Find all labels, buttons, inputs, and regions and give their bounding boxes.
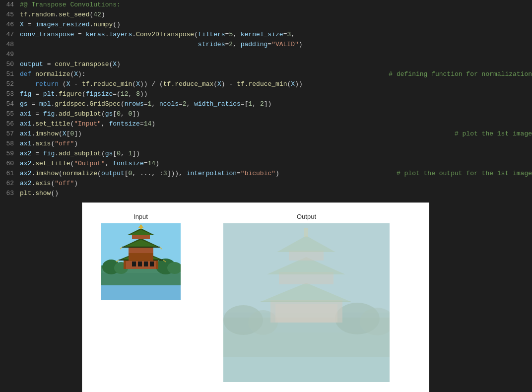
line-number: 58 (0, 139, 20, 149)
line-content: fig = plt.figure(figsize=(12, 8)) (20, 89, 532, 99)
line-content: X = images_resized.numpy() (20, 20, 532, 30)
line-content: ax1 = fig.add_subplot(gs[0, 0]) (20, 109, 532, 119)
line-number: 63 (0, 189, 20, 198)
line-number: 50 (0, 60, 20, 69)
line-content: output = conv_transpose(X) (20, 60, 532, 69)
line-content: conv_transpose = keras.layers.Conv2DTran… (20, 30, 532, 40)
output-image (223, 223, 390, 382)
line-number: 49 (0, 50, 20, 60)
line-number: 52 (0, 79, 20, 89)
line-number: 45 (0, 10, 20, 20)
line-number: 55 (0, 109, 20, 119)
line-number: 47 (0, 30, 20, 40)
line-number: 48 (0, 40, 20, 50)
code-line-61: 61 ax2.imshow(normalize(output[0, ..., :… (0, 169, 532, 179)
line-number: 44 (0, 0, 20, 10)
comment-normalize: # defining function for normalization (374, 69, 532, 79)
line-content: ax2.imshow(normalize(output[0, ..., :3])… (20, 169, 382, 179)
output-row: Input (92, 213, 414, 382)
line-number: 57 (0, 129, 20, 139)
code-line-53: 53 fig = plt.figure(figsize=(12, 8)) (0, 89, 532, 99)
line-content: ax1.axis("off") (20, 139, 532, 149)
code-line-51: 51 def normalize(X): # defining function… (0, 69, 532, 79)
line-number: 53 (0, 89, 20, 99)
line-content: return (X - tf.reduce_min(X)) / (tf.redu… (20, 79, 532, 89)
line-number: 62 (0, 179, 20, 189)
output-subplot: Output (199, 213, 414, 382)
line-content: gs = mpl.gridspec.GridSpec(nrows=1, ncol… (20, 99, 532, 109)
line-content: strides=2, padding="VALID") (20, 40, 532, 50)
code-line-63: 63 plt.show() (0, 189, 532, 198)
code-line-48: 48 strides=2, padding="VALID") (0, 40, 532, 50)
line-content: ax1.set_title("Input", fontsize=14) (20, 119, 532, 129)
line-number: 46 (0, 20, 20, 30)
line-content: ax2.set_title("Output", fontsize=14) (20, 159, 532, 169)
input-subplot: Input (92, 213, 189, 300)
input-image (101, 223, 181, 300)
code-line-58: 58 ax1.axis("off") (0, 139, 532, 149)
temple-input-svg (101, 223, 181, 300)
temple-output-svg (223, 223, 390, 382)
input-title: Input (133, 213, 148, 220)
line-number: 54 (0, 99, 20, 109)
code-line-52: 52 return (X - tf.reduce_min(X)) / (tf.r… (0, 79, 532, 89)
comment-plot-output: # plot the output for the 1st image (382, 169, 532, 179)
comment-plot-1st: # plot the 1st image (440, 129, 532, 139)
line-number: 51 (0, 69, 20, 79)
svg-rect-23 (138, 261, 142, 266)
code-line-49: 49 (0, 50, 532, 60)
line-content: ax2 = fig.add_subplot(gs[0, 1]) (20, 149, 532, 159)
code-line-59: 59 ax2 = fig.add_subplot(gs[0, 1]) (0, 149, 532, 159)
svg-rect-47 (223, 223, 390, 382)
line-content: plt.show() (20, 189, 532, 198)
code-line-54: 54 gs = mpl.gridspec.GridSpec(nrows=1, n… (0, 99, 532, 109)
code-line-62: 62 ax2.axis("off") (0, 179, 532, 189)
svg-rect-24 (144, 261, 148, 266)
output-panel: Input (82, 202, 429, 392)
line-content: ax2.axis("off") (20, 179, 532, 189)
line-content: #@ Transpose Convolutions: (20, 0, 532, 10)
code-line-50: 50 output = conv_transpose(X) (0, 60, 532, 69)
svg-rect-12 (129, 252, 153, 261)
output-title: Output (297, 213, 316, 220)
code-line-46: 46 X = images_resized.numpy() (0, 20, 532, 30)
svg-rect-25 (150, 261, 154, 266)
svg-rect-22 (132, 261, 136, 266)
line-content: def normalize(X): (20, 69, 374, 79)
code-line-45: 45 tf.random.set_seed(42) (0, 10, 532, 20)
line-number: 61 (0, 169, 20, 179)
line-number: 56 (0, 119, 20, 129)
code-line-57: 57 ax1.imshow(X[0]) # plot the 1st image (0, 129, 532, 139)
line-content (20, 50, 532, 60)
line-number: 59 (0, 149, 20, 159)
line-content: tf.random.set_seed(42) (20, 10, 532, 20)
code-line-60: 60 ax2.set_title("Output", fontsize=14) (0, 159, 532, 169)
code-line-56: 56 ax1.set_title("Input", fontsize=14) (0, 119, 532, 129)
code-line-55: 55 ax1 = fig.add_subplot(gs[0, 0]) (0, 109, 532, 119)
code-line-47: 47 conv_transpose = keras.layers.Conv2DT… (0, 30, 532, 40)
line-content: ax1.imshow(X[0]) (20, 129, 440, 139)
code-editor: 44 #@ Transpose Convolutions: 45 tf.rand… (0, 0, 532, 198)
line-number: 60 (0, 159, 20, 169)
code-line-44: 44 #@ Transpose Convolutions: (0, 0, 532, 10)
